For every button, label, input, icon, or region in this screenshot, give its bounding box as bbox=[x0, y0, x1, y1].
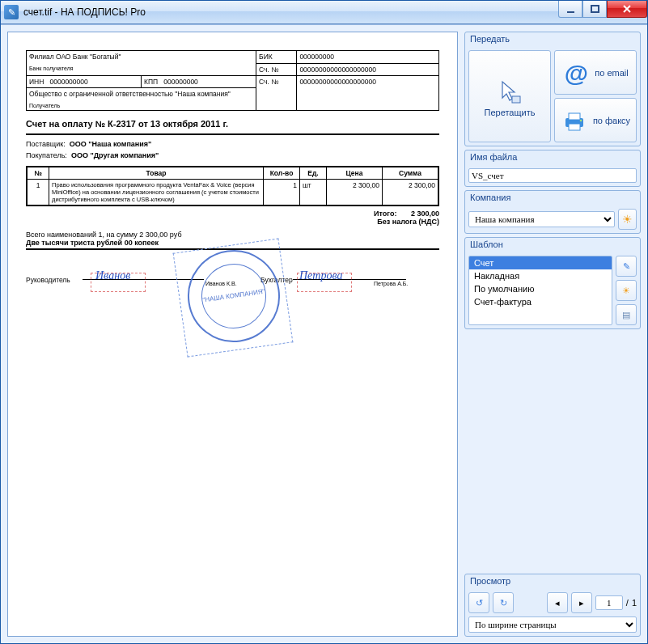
bank-branch: Филиал ОАО Банк "Богатый" bbox=[29, 53, 253, 61]
inn-value: 0000000000 bbox=[49, 78, 87, 86]
supplier-label: Поставщик: bbox=[26, 140, 66, 148]
sun-icon: ☀ bbox=[622, 213, 633, 226]
template-edit-button[interactable]: ✎ bbox=[616, 256, 637, 277]
signature-area: Руководитель Ивaнoв Иванов К.В. Бухгалте… bbox=[26, 255, 439, 344]
col-good: Товар bbox=[49, 167, 264, 180]
director-label: Руководитель bbox=[26, 276, 70, 284]
supplier-value: ООО "Наша компания" bbox=[70, 140, 152, 148]
rotate-left-icon: ↺ bbox=[476, 598, 483, 608]
titlebar[interactable]: ✎ счет.tif - НА ПОДПИСЬ! Pro bbox=[1, 1, 647, 24]
page-sep: / bbox=[626, 598, 629, 608]
list-item[interactable]: По умолчанию bbox=[469, 282, 612, 295]
count-line: Всего наименований 1, на сумму 2 300,00 … bbox=[26, 231, 439, 239]
acct-label-2: Сч. № bbox=[256, 76, 297, 111]
minimize-button[interactable] bbox=[558, 1, 582, 18]
accountant-name: Петрова А.Б. bbox=[374, 281, 408, 286]
invoice-title: Счет на оплату № К-2317 от 13 октября 20… bbox=[26, 119, 439, 129]
drag-button[interactable]: Перетащить bbox=[468, 50, 551, 142]
col-n: № bbox=[27, 167, 49, 180]
view-group: Просмотр ↺ ↻ ◂ ▸ / 1 По ширине страницы bbox=[464, 574, 641, 637]
cursor-icon bbox=[496, 78, 523, 106]
at-sign-icon: @ bbox=[562, 60, 590, 87]
col-price: Цена bbox=[327, 167, 383, 180]
template-sun-button[interactable]: ☀ bbox=[616, 280, 637, 301]
svg-point-6 bbox=[580, 119, 582, 121]
maximize-button[interactable] bbox=[582, 1, 607, 18]
page-prev-button[interactable]: ◂ bbox=[547, 592, 568, 613]
app-window: ✎ счет.tif - НА ПОДПИСЬ! Pro Филиал ОАО … bbox=[0, 0, 648, 644]
chevron-right-icon: ▸ bbox=[579, 598, 584, 608]
document-preview[interactable]: Филиал ОАО Банк "Богатый" Банк получател… bbox=[7, 32, 458, 637]
view-group-title: Просмотр bbox=[465, 574, 640, 589]
template-group: Шаблон СчетНакладнаяПо умолчаниюСчет-фак… bbox=[464, 237, 641, 329]
svg-rect-2 bbox=[512, 96, 520, 103]
send-group-title: Передать bbox=[465, 32, 640, 47]
svg-rect-0 bbox=[567, 11, 574, 13]
send-group: Передать @ по email Перетащить bbox=[464, 32, 641, 146]
close-button[interactable] bbox=[607, 1, 647, 18]
send-email-button[interactable]: @ по email bbox=[554, 50, 637, 95]
page-input[interactable] bbox=[595, 595, 623, 610]
printer-icon bbox=[561, 108, 588, 135]
floppy-icon: ▤ bbox=[622, 310, 630, 320]
rotate-right-button[interactable]: ↻ bbox=[493, 592, 514, 613]
company-settings-button[interactable]: ☀ bbox=[618, 209, 637, 230]
chevron-left-icon: ◂ bbox=[555, 598, 560, 608]
total-value: 2 300,00 bbox=[411, 210, 439, 218]
window-title: счет.tif - НА ПОДПИСЬ! Pro bbox=[23, 6, 146, 18]
buyer-value: ООО "Другая компания" bbox=[71, 151, 159, 159]
bik-label: БИК bbox=[256, 51, 297, 64]
recipient-label: Получатель bbox=[29, 103, 253, 108]
svg-rect-1 bbox=[591, 6, 599, 12]
acct-value-1: 00000000000000000000 bbox=[297, 63, 439, 76]
col-qty: Кол-во bbox=[264, 167, 300, 180]
send-fax-button[interactable]: по факсу bbox=[554, 98, 637, 142]
page-total: 1 bbox=[632, 598, 637, 608]
rotate-right-icon: ↻ bbox=[500, 598, 507, 608]
company-select[interactable]: Наша компания bbox=[468, 211, 615, 227]
acct-value-2: 00000000000000000000 bbox=[297, 76, 439, 111]
svg-rect-5 bbox=[569, 124, 580, 130]
template-save-button[interactable]: ▤ bbox=[616, 304, 637, 325]
page-next-button[interactable]: ▸ bbox=[571, 592, 592, 613]
filename-input[interactable] bbox=[468, 168, 637, 183]
company-full: Общество с ограниченной ответственностью… bbox=[29, 90, 253, 98]
list-item[interactable]: Счет-фактура bbox=[469, 295, 612, 308]
bank-label: Банк получателя bbox=[29, 66, 253, 71]
svg-rect-4 bbox=[569, 113, 580, 120]
pencil-icon: ✎ bbox=[623, 261, 630, 272]
sun-icon: ☀ bbox=[622, 286, 630, 296]
filename-group-title: Имя файла bbox=[465, 150, 640, 165]
template-group-title: Шаблон bbox=[465, 238, 640, 252]
novat: Без налога (НДС) bbox=[26, 218, 439, 226]
inn-label: ИНН bbox=[29, 78, 44, 86]
app-icon: ✎ bbox=[4, 5, 19, 19]
buyer-label: Покупатель: bbox=[26, 151, 67, 159]
list-item[interactable]: Накладная bbox=[469, 269, 612, 282]
list-item[interactable]: Счет bbox=[469, 256, 612, 269]
company-group-title: Компания bbox=[465, 191, 640, 205]
filename-group: Имя файла bbox=[464, 150, 641, 187]
items-table: № Товар Кол-во Ед. Цена Сумма 1 Право ис… bbox=[26, 166, 439, 206]
table-row: 1 Право использования программного проду… bbox=[27, 180, 438, 206]
rotate-left-button[interactable]: ↺ bbox=[468, 592, 489, 613]
side-panel: Передать @ по email Перетащить bbox=[464, 32, 641, 637]
kpp-value: 000000000 bbox=[163, 78, 198, 86]
kpp-label: КПП bbox=[144, 78, 158, 86]
signature-director: Ивaнoв bbox=[95, 269, 130, 282]
signature-accountant: Пeтpoвa bbox=[299, 269, 343, 282]
col-sum: Сумма bbox=[383, 167, 439, 180]
template-listbox[interactable]: СчетНакладнаяПо умолчаниюСчет-фактура bbox=[468, 256, 612, 325]
bank-details-table: Филиал ОАО Банк "Богатый" Банк получател… bbox=[26, 50, 439, 111]
bik-value: 000000000 bbox=[297, 51, 439, 64]
total-label: Итого: bbox=[374, 210, 396, 218]
zoom-select[interactable]: По ширине страницы bbox=[468, 616, 637, 633]
col-unit: Ед. bbox=[300, 167, 327, 180]
acct-label-1: Сч. № bbox=[256, 63, 297, 76]
company-group: Компания Наша компания ☀ bbox=[464, 190, 641, 234]
